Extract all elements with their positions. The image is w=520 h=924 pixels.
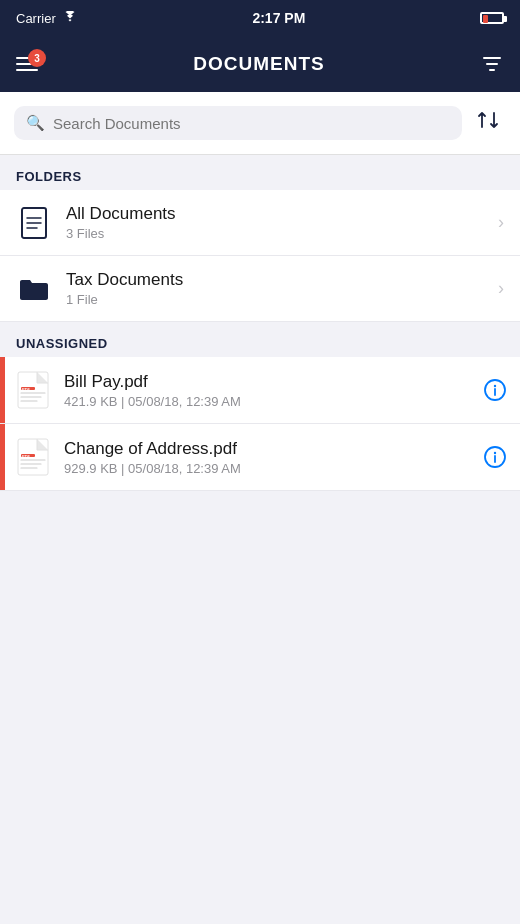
battery-icon xyxy=(480,12,504,24)
bill-pay-text: Bill Pay.pdf 421.9 KB | 05/08/18, 12:39 … xyxy=(64,372,472,409)
wifi-icon xyxy=(62,11,78,26)
notification-badge: 3 xyxy=(28,49,46,67)
change-address-details: 929.9 KB | 05/08/18, 12:39 AM xyxy=(64,461,472,476)
all-documents-folder[interactable]: All Documents 3 Files › xyxy=(0,190,520,256)
chevron-right-icon: › xyxy=(498,212,504,233)
menu-button[interactable]: 3 xyxy=(16,57,38,71)
search-bar: 🔍 xyxy=(0,92,520,155)
status-time: 2:17 PM xyxy=(252,10,305,26)
change-of-address-file[interactable]: PDF Change of Address.pdf 929.9 KB | 05/… xyxy=(0,424,520,491)
bill-pay-file[interactable]: PDF Bill Pay.pdf 421.9 KB | 05/08/18, 12… xyxy=(0,357,520,424)
all-documents-text: All Documents 3 Files xyxy=(66,204,484,241)
search-icon: 🔍 xyxy=(26,114,45,132)
info-button-change-address[interactable] xyxy=(484,446,506,468)
folders-section-header: FOLDERS xyxy=(0,155,520,190)
unassigned-section-header: UNASSIGNED xyxy=(0,322,520,357)
all-documents-subtitle: 3 Files xyxy=(66,226,484,241)
tax-documents-title: Tax Documents xyxy=(66,270,484,290)
svg-point-5 xyxy=(494,385,496,387)
nav-bar: 3 DOCUMENTS xyxy=(0,36,520,92)
tax-documents-text: Tax Documents 1 File xyxy=(66,270,484,307)
all-documents-title: All Documents xyxy=(66,204,484,224)
tax-documents-folder[interactable]: Tax Documents 1 File › xyxy=(0,256,520,322)
change-address-name: Change of Address.pdf xyxy=(64,439,472,459)
folder-icon xyxy=(16,271,52,307)
filter-button[interactable] xyxy=(480,52,504,76)
search-input[interactable] xyxy=(53,115,450,132)
pdf-icon-bill-pay: PDF xyxy=(14,369,52,411)
tax-documents-subtitle: 1 File xyxy=(66,292,484,307)
svg-text:PDF: PDF xyxy=(22,454,31,459)
search-input-wrapper[interactable]: 🔍 xyxy=(14,106,462,140)
empty-content-area xyxy=(0,491,520,791)
chevron-right-icon-2: › xyxy=(498,278,504,299)
carrier-label: Carrier xyxy=(16,11,56,26)
pdf-icon-change-address: PDF xyxy=(14,436,52,478)
bill-pay-details: 421.9 KB | 05/08/18, 12:39 AM xyxy=(64,394,472,409)
bill-pay-name: Bill Pay.pdf xyxy=(64,372,472,392)
status-bar: Carrier 2:17 PM xyxy=(0,0,520,36)
sort-button[interactable] xyxy=(470,102,506,144)
svg-point-10 xyxy=(494,452,496,454)
change-address-text: Change of Address.pdf 929.9 KB | 05/08/1… xyxy=(64,439,472,476)
status-left: Carrier xyxy=(16,11,78,26)
svg-text:PDF: PDF xyxy=(22,387,31,392)
status-right xyxy=(480,12,504,24)
document-icon xyxy=(16,205,52,241)
info-button-bill-pay[interactable] xyxy=(484,379,506,401)
page-title: DOCUMENTS xyxy=(193,53,324,75)
